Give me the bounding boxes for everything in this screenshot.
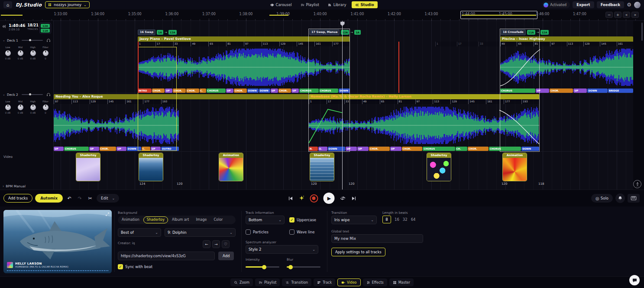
playhead[interactable] — [342, 21, 343, 190]
jump-forward-button[interactable]: » — [631, 12, 639, 18]
play-button[interactable]: ▶ — [323, 193, 334, 204]
deck-header-1[interactable]: ⌄Deck 1 — [0, 38, 53, 43]
sync-with-beat-row[interactable]: ✓ Sync with beat — [118, 264, 152, 269]
beats-option-16[interactable]: 16 — [395, 216, 399, 223]
solo-button[interactable]: ◎ Solo — [591, 194, 613, 203]
automix-sparkle-button[interactable] — [298, 195, 304, 201]
notifications-bell-button[interactable] — [615, 193, 625, 203]
blur-slider[interactable] — [287, 266, 320, 268]
deck-volume-slider[interactable] — [22, 94, 43, 95]
nav-playlist[interactable]: Playlist — [297, 1, 323, 8]
jump-back-button[interactable]: « — [623, 12, 630, 18]
toolbar-transition[interactable]: Transition — [282, 278, 311, 286]
user-avatar[interactable] — [634, 2, 641, 8]
zoom-out-button[interactable]: − — [605, 12, 613, 18]
zoom-in-button[interactable]: + — [614, 12, 621, 18]
toolbar-video[interactable]: Video — [337, 278, 360, 286]
intensity-slider-knob[interactable] — [262, 265, 266, 269]
low-knob[interactable] — [5, 50, 11, 56]
toolbar-playlist[interactable]: Playlist — [255, 278, 280, 286]
high-knob[interactable] — [30, 105, 36, 110]
video-clip-thumbnail[interactable]: Shadertoy — [427, 153, 451, 181]
video-clip-thumbnail[interactable]: Shadertoy — [76, 153, 100, 181]
blur-slider-knob[interactable] — [288, 265, 293, 269]
bpm-manual-row[interactable]: › BPM Manual — [3, 184, 26, 188]
tab-shadertoy[interactable]: Shadertoy — [143, 216, 168, 223]
tab-album-art[interactable]: Album art — [169, 216, 192, 223]
high-knob[interactable] — [30, 50, 36, 56]
redo-button[interactable]: ↷ — [76, 196, 84, 201]
fullscreen-expand-icon[interactable] — [105, 212, 110, 216]
transition-type-dropdown[interactable]: Iris wipe⌄ — [331, 216, 377, 224]
toolbar-master[interactable]: Master — [389, 278, 414, 286]
skip-to-start-button[interactable] — [288, 196, 293, 201]
nav-library[interactable]: Library — [324, 1, 350, 8]
timeline-ruler[interactable]: − + « » 1:33:001:34:001:35:001:36:001:37… — [0, 10, 644, 21]
video-clip-thumbnail[interactable]: Animation — [502, 153, 527, 181]
spectrum-style-dropdown[interactable]: Style 2⌄ — [246, 245, 318, 254]
uppercase-checkbox[interactable]: ✓ — [289, 217, 294, 223]
mid-knob[interactable] — [18, 50, 23, 56]
deck-volume-slider[interactable] — [22, 40, 43, 41]
chat-button[interactable] — [629, 275, 640, 285]
edit-menu-button[interactable]: Edit ⌄ — [97, 194, 119, 203]
nav-carousel[interactable]: Carousel — [266, 1, 295, 8]
automix-button[interactable]: Automix — [35, 194, 63, 203]
shader-dropdown[interactable]: 9: Dolphin⌄ — [165, 228, 236, 237]
video-clip-thumbnail[interactable]: Animation — [219, 153, 243, 181]
midi-keyboard-button[interactable] — [628, 194, 640, 203]
headphones-icon[interactable] — [46, 92, 51, 97]
uppercase-row[interactable]: ✓ Uppercase — [289, 217, 316, 223]
video-clip-thumbnail[interactable]: Shadertoy — [310, 153, 334, 181]
deck-header-2[interactable]: ⌄Deck 2 — [0, 92, 53, 97]
feedback-button[interactable]: Feedback — [597, 1, 625, 8]
cut-button[interactable]: ✂ — [86, 196, 94, 201]
transition-chip[interactable]: 17 Swap, Manua12A→1A — [309, 29, 361, 35]
transition-chip[interactable]: 18 Crossfade11A→12A — [501, 29, 549, 35]
nav-studio[interactable]: Studio — [351, 1, 377, 8]
mid-knob[interactable] — [18, 105, 23, 110]
particles-row[interactable]: Particles — [246, 229, 269, 235]
audio-clip[interactable]: Needing You – Alex Roque9711312914516117… — [54, 93, 179, 151]
toolbar-track[interactable]: Track — [314, 278, 335, 286]
video-preview[interactable]: HELLY LARSON HOMEBASE (MA.TO & OSCAR ROC… — [3, 210, 112, 273]
favorite-heart-button[interactable]: ♡ — [222, 240, 230, 248]
toolbar-effects[interactable]: Effects — [363, 278, 387, 286]
background-category-dropdown[interactable]: Best of⌄ — [118, 228, 161, 237]
add-tracks-button[interactable]: Add tracks — [3, 194, 32, 203]
view-window-marker[interactable] — [460, 11, 537, 19]
beats-option-64[interactable]: 64 — [411, 216, 416, 223]
text-position-dropdown[interactable]: Bottom⌄ — [246, 216, 285, 224]
accessibility-button[interactable] — [633, 180, 641, 188]
shader-url-input[interactable] — [118, 252, 215, 260]
audio-clip[interactable]: Homebase (Ma.To & Oscar Rocha Remix) – H… — [309, 93, 539, 151]
beats-option-32[interactable]: 32 — [403, 216, 408, 223]
wave-line-row[interactable]: Wave line — [289, 229, 314, 235]
skip-to-end-button[interactable] — [351, 196, 356, 201]
project-selector[interactable]: nozzys journey ⌄ — [45, 1, 89, 8]
apply-settings-button[interactable]: Apply settings to all tracks — [331, 248, 385, 256]
transition-chip[interactable]: 16 Swap1A→12A — [138, 29, 177, 35]
wave-line-checkbox[interactable] — [289, 229, 294, 235]
sync-checkbox[interactable]: ✓ — [118, 264, 123, 269]
home-button[interactable]: ⌂ — [3, 1, 12, 8]
settings-gear-icon[interactable]: ⚙ — [627, 2, 631, 8]
prev-shader-button[interactable]: ← — [203, 240, 210, 248]
record-button[interactable] — [310, 194, 318, 203]
toolbar-zoom[interactable]: Zoom — [230, 278, 253, 286]
undo-button[interactable]: ↶ — [65, 196, 73, 201]
beats-option-8[interactable]: 8 — [382, 216, 391, 223]
video-clip-thumbnail[interactable]: Shadertoy — [139, 153, 163, 181]
tab-color[interactable]: Color — [210, 216, 226, 223]
particles-checkbox[interactable] — [246, 229, 251, 235]
timeline-tracks[interactable]: Jazzy Piano – Pavel Svetlove117334965819… — [54, 21, 633, 190]
vertical-scrollbar[interactable] — [641, 23, 643, 41]
filter-knob[interactable] — [43, 50, 49, 56]
intensity-slider[interactable] — [246, 266, 279, 268]
headphones-icon[interactable] — [46, 38, 51, 43]
low-knob[interactable] — [5, 105, 11, 110]
export-button[interactable]: Export — [573, 1, 594, 8]
tab-image[interactable]: Image — [193, 216, 210, 223]
loop-button[interactable] — [340, 195, 346, 201]
tab-animation[interactable]: Animation — [119, 216, 142, 223]
